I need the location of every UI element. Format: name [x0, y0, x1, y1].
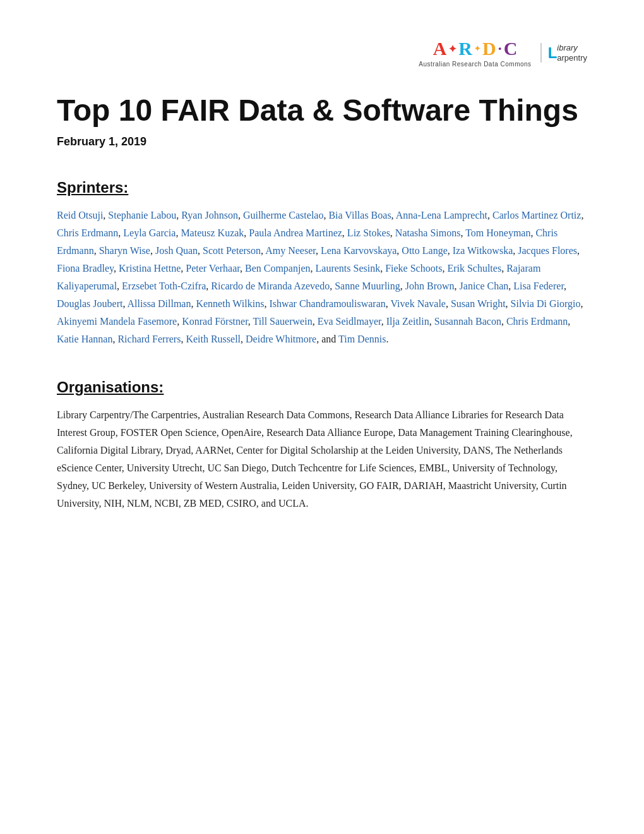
sprinter-lisa[interactable]: Lisa Federer	[513, 281, 564, 291]
ardc-letter-c: C	[504, 38, 518, 59]
sprinter-chris1[interactable]: Chris Erdmann	[57, 227, 118, 238]
sprinter-paula[interactable]: Paula Andrea Martinez	[249, 227, 342, 238]
sprinters-text: Reid Otsuji, Stephanie Labou, Ryan Johns…	[57, 207, 587, 348]
sprinter-kenneth[interactable]: Kenneth Wilkins	[196, 298, 264, 309]
ardc-letter-d: D	[482, 38, 496, 59]
sprinter-douglas[interactable]: Douglas Joubert	[57, 298, 122, 309]
sprinter-reid[interactable]: Reid Otsuji	[57, 210, 103, 221]
sprinter-silvia[interactable]: Silvia Di Giorgio	[511, 298, 581, 309]
sprinter-otto[interactable]: Otto Lange	[402, 245, 447, 256]
sprinter-sanne[interactable]: Sanne Muurling	[335, 281, 400, 291]
sprinter-susannah[interactable]: Susannah Bacon	[434, 316, 501, 327]
sprinter-anna[interactable]: Anna-Lena Lamprecht	[396, 210, 487, 221]
ardc-star2: ✦	[474, 44, 480, 54]
sprinter-mateusz[interactable]: Mateusz Kuzak	[181, 227, 244, 238]
sprinter-carlos[interactable]: Carlos Martinez Ortiz	[492, 210, 581, 221]
sprinters-heading: Sprinters:	[57, 179, 587, 196]
sprinter-chris3[interactable]: Chris Erdmann	[506, 316, 568, 327]
ardc-logo-visual: A ✦ R ✦ D · C	[433, 38, 518, 59]
sprinter-richard[interactable]: Richard Ferrers	[117, 334, 181, 344]
sprinter-iza[interactable]: Iza Witkowska	[453, 245, 513, 256]
sprinters-section: Sprinters: Reid Otsuji, Stephanie Labou,…	[57, 179, 587, 348]
sprinter-stephanie[interactable]: Stephanie Labou	[108, 210, 176, 221]
sprinter-josh[interactable]: Josh Quan	[155, 245, 198, 256]
sprinter-bia[interactable]: Bia Villas Boas	[328, 210, 391, 221]
sprinter-jacques[interactable]: Jacques Flores	[518, 245, 577, 256]
sprinter-ben[interactable]: Ben Companjen	[245, 263, 311, 274]
sprinter-natasha[interactable]: Natasha Simons	[395, 227, 461, 238]
sprinter-ishwar[interactable]: Ishwar Chandramouliswaran	[269, 298, 385, 309]
lc-bracket: L	[548, 44, 558, 62]
sprinter-tim[interactable]: Tim Dennis	[338, 334, 386, 344]
sprinter-konrad[interactable]: Konrad Förstner	[182, 316, 248, 327]
ardc-letters: A ✦ R ✦ D · C	[433, 38, 518, 59]
sprinter-sharyn[interactable]: Sharyn Wise	[99, 245, 150, 256]
sprinter-janice[interactable]: Janice Chan	[460, 281, 509, 291]
sprinter-erik[interactable]: Erik Schultes	[447, 263, 501, 274]
sprinter-keith[interactable]: Keith Russell	[186, 334, 241, 344]
sprinter-fieke[interactable]: Fieke Schoots	[385, 263, 442, 274]
sprinter-deidre[interactable]: Deidre Whitmore	[246, 334, 316, 344]
sprinter-erzsebet[interactable]: Erzsebet Toth-Czifra	[122, 281, 206, 291]
page-date: February 1, 2019	[57, 135, 587, 148]
sprinter-laurents[interactable]: Laurents Sesink	[316, 263, 381, 274]
sprinter-john[interactable]: John Brown	[405, 281, 455, 291]
ardc-letter-a: A	[433, 38, 447, 59]
ardc-logo: A ✦ R ✦ D · C Australian Research Data C…	[419, 38, 531, 68]
sprinter-allissa[interactable]: Allissa Dillman	[128, 298, 191, 309]
sprinter-katie[interactable]: Katie Hannan	[57, 334, 112, 344]
page-title: Top 10 FAIR Data & Software Things	[57, 93, 587, 128]
sprinter-peter[interactable]: Peter Verhaar	[186, 263, 240, 274]
sprinter-vivek[interactable]: Vivek Navale	[391, 298, 446, 309]
sprinter-kristina[interactable]: Kristina Hettne	[119, 263, 181, 274]
lc-line1: ibrary	[557, 43, 587, 53]
ardc-subtitle: Australian Research Data Commons	[419, 61, 531, 68]
sprinter-liz[interactable]: Liz Stokes	[347, 227, 390, 238]
sprinter-ryan[interactable]: Ryan Johnson	[181, 210, 238, 221]
sprinter-guilherme[interactable]: Guilherme Castelao	[243, 210, 324, 221]
ardc-dot: ·	[498, 40, 502, 57]
sprinter-akinyemi[interactable]: Akinyemi Mandela Fasemore	[57, 316, 177, 327]
sprinter-ilja[interactable]: Ilja Zeitlin	[386, 316, 429, 327]
organisations-text: Library Carpentry/The Carpentries, Austr…	[57, 406, 587, 512]
sprinter-susan[interactable]: Susan Wright	[451, 298, 506, 309]
sprinter-tom[interactable]: Tom Honeyman	[465, 227, 530, 238]
lc-text: ibrary arpentry	[557, 43, 587, 63]
ardc-letter-r: R	[458, 38, 472, 59]
sprinter-lena[interactable]: Lena Karvovskaya	[321, 245, 397, 256]
sprinter-ricardo[interactable]: Ricardo de Miranda Azevedo	[211, 281, 330, 291]
sprinter-eva[interactable]: Eva Seidlmayer	[318, 316, 381, 327]
organisations-heading: Organisations:	[57, 378, 587, 396]
lc-line2: arpentry	[557, 53, 587, 63]
organisations-section: Organisations: Library Carpentry/The Car…	[57, 378, 587, 512]
library-carpentry-logo: L ibrary arpentry	[540, 43, 587, 63]
sprinter-amy[interactable]: Amy Neeser	[265, 245, 316, 256]
sprinter-leyla[interactable]: Leyla Garcia	[123, 227, 176, 238]
sprinter-fiona[interactable]: Fiona Bradley	[57, 263, 114, 274]
ardc-star1: ✦	[448, 43, 456, 55]
header-logos: A ✦ R ✦ D · C Australian Research Data C…	[57, 38, 587, 68]
sprinter-till[interactable]: Till Sauerwein	[253, 316, 313, 327]
sprinter-scott[interactable]: Scott Peterson	[203, 245, 261, 256]
